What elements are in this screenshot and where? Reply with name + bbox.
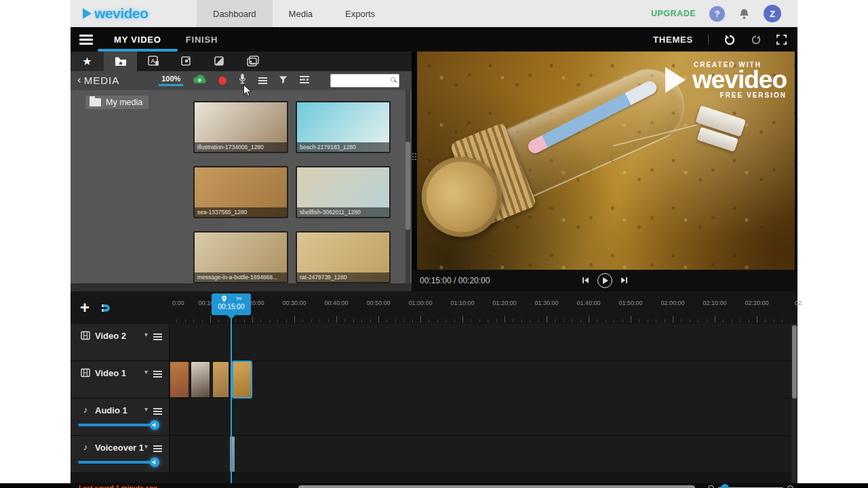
- list-view-icon[interactable]: [258, 77, 267, 84]
- back-chevron-icon[interactable]: ‹: [77, 73, 81, 87]
- volume-knob[interactable]: [150, 458, 159, 467]
- folder-item-my-media[interactable]: My media: [85, 96, 149, 109]
- timeline-horizontal-scrollbar[interactable]: [298, 485, 695, 488]
- track-menu-icon[interactable]: [153, 333, 162, 340]
- user-avatar[interactable]: Z: [764, 5, 781, 22]
- help-button[interactable]: ?: [709, 6, 725, 22]
- media-scrollbar-thumb[interactable]: [406, 142, 410, 230]
- next-frame-icon[interactable]: [620, 274, 628, 287]
- volume-slider[interactable]: [78, 458, 159, 467]
- track-name: Video 2: [95, 331, 126, 341]
- tab-stock-media[interactable]: [237, 52, 270, 71]
- cloud-upload-icon[interactable]: [193, 74, 207, 87]
- volume-track: [78, 461, 159, 464]
- play-button[interactable]: [597, 273, 612, 288]
- ruler-label: 0:00: [172, 300, 184, 306]
- timeline-ruler[interactable]: 0:0000:10:0000:20:0000:30:0000:40:0000:5…: [170, 291, 797, 324]
- filter-icon[interactable]: [279, 75, 288, 87]
- volume-knob[interactable]: [150, 420, 159, 430]
- notifications-bell-icon[interactable]: [738, 8, 750, 20]
- top-tab-dashboard[interactable]: Dashboard: [197, 0, 273, 27]
- media-item-label: rat-2479739_1280: [297, 272, 389, 282]
- track-header-video-2[interactable]: Video 2▾: [71, 324, 170, 361]
- themes-button[interactable]: THEMES: [653, 35, 693, 45]
- fullscreen-icon[interactable]: [776, 35, 787, 45]
- search-icon: [391, 77, 395, 82]
- ruler-label: 01:00:00: [408, 300, 432, 306]
- track-header-audio-1[interactable]: ♪Audio 1▾: [71, 399, 170, 436]
- zoom-slider[interactable]: [718, 484, 783, 488]
- playhead-line[interactable]: [231, 319, 232, 483]
- top-tab-exports[interactable]: Exports: [329, 0, 391, 27]
- track-menu-icon[interactable]: [153, 445, 162, 452]
- timecode: 00:15:00 / 00:20:00: [420, 276, 490, 285]
- timeline-clip[interactable]: [213, 362, 229, 397]
- status-bar: Last saved 1 minute ago. − +: [71, 483, 797, 488]
- media-item[interactable]: message-in-a-bottle-1694868...: [193, 231, 288, 283]
- redo-icon[interactable]: [751, 34, 762, 45]
- timeline-clip[interactable]: [191, 362, 210, 397]
- chevron-down-icon[interactable]: ▾: [144, 368, 148, 375]
- playhead-badge[interactable]: ✂ 00:15:00: [212, 293, 251, 315]
- search-input[interactable]: [331, 75, 399, 87]
- editor-bar-right: THEMES: [653, 27, 797, 52]
- media-item[interactable]: sea-1337565_1280: [193, 166, 288, 218]
- timeline-vertical-scrollbar[interactable]: [791, 324, 797, 483]
- track-row: Video 2▾: [71, 324, 797, 361]
- watermark-logo-icon: [665, 67, 686, 93]
- top-tab-media[interactable]: Media: [273, 0, 329, 27]
- track-content-audio-1[interactable]: [170, 399, 797, 436]
- scissors-icon: ✂: [236, 296, 241, 302]
- media-item[interactable]: rat-2479739_1280: [296, 231, 391, 283]
- record-icon[interactable]: [218, 77, 226, 85]
- marker-pin-icon: [220, 295, 228, 303]
- media-panel-tabs: ★ A: [71, 52, 412, 71]
- tab-backgrounds[interactable]: [203, 52, 237, 71]
- track-content-voiceover-1[interactable]: [170, 436, 797, 473]
- previous-frame-icon[interactable]: [582, 274, 589, 287]
- timeline-toolbar: + 0:0000:10:0000:20:0000:30:0000:40:0000…: [71, 291, 797, 324]
- tab-my-video[interactable]: MY VIDEO: [107, 27, 168, 52]
- add-to-timeline-icon[interactable]: [299, 75, 310, 87]
- chevron-down-icon[interactable]: ▾: [144, 331, 148, 338]
- track-content-video-1[interactable]: [170, 361, 797, 399]
- track-header-voiceover-1[interactable]: ♪Voiceover 1▾: [71, 436, 170, 473]
- preview-video[interactable]: CREATED WITH wevideo FREE VERSION: [417, 52, 795, 270]
- timeline-vscroll-thumb[interactable]: [792, 325, 797, 399]
- ruler-label: 02:10:00: [703, 300, 726, 306]
- track-menu-icon[interactable]: [153, 371, 162, 378]
- panel-resize-grip[interactable]: [412, 153, 417, 160]
- wevideo-logo[interactable]: wevideo: [71, 0, 186, 27]
- track-menu-icon[interactable]: [153, 408, 162, 415]
- preview-panel: CREATED WITH wevideo FREE VERSION 00:15:…: [412, 52, 797, 291]
- media-panel: ★ A ‹ MEDIA 100%: [71, 52, 412, 291]
- volume-slider[interactable]: [78, 420, 159, 430]
- media-panel-body: My media illustration-1734006_1280beach-…: [71, 90, 412, 283]
- zoom-in-icon[interactable]: +: [787, 485, 793, 488]
- snap-magnet-icon[interactable]: [100, 302, 112, 314]
- watermark: CREATED WITH wevideo FREE VERSION: [665, 61, 787, 99]
- media-item[interactable]: illustration-1734006_1280: [193, 101, 288, 153]
- zoom-out-icon[interactable]: −: [708, 485, 714, 488]
- chevron-down-icon[interactable]: ▾: [144, 443, 148, 450]
- tab-media-folder[interactable]: [104, 52, 137, 71]
- undo-icon[interactable]: [724, 33, 736, 45]
- tab-favorites[interactable]: ★: [71, 52, 104, 71]
- media-item[interactable]: beach-2179183_1280: [296, 101, 391, 153]
- track-header-video-1[interactable]: Video 1▾: [71, 361, 170, 399]
- ruler-label: 01:50:00: [618, 300, 642, 306]
- timeline-clip-selected[interactable]: [233, 362, 251, 397]
- ruler-ticks: [170, 316, 791, 323]
- zoom-slider-knob[interactable]: [721, 484, 729, 488]
- tab-finish[interactable]: FINISH: [179, 27, 224, 52]
- hamburger-menu-icon[interactable]: [71, 27, 102, 52]
- track-content-video-2[interactable]: [170, 324, 797, 361]
- chevron-down-icon[interactable]: ▾: [144, 405, 148, 413]
- tab-transitions[interactable]: [170, 52, 203, 71]
- add-track-icon[interactable]: +: [80, 301, 90, 314]
- media-item[interactable]: shellfish-3062011_1280: [296, 166, 391, 218]
- upgrade-link[interactable]: UPGRADE: [651, 9, 696, 18]
- timeline-clip[interactable]: [170, 362, 189, 397]
- tab-text[interactable]: A: [137, 52, 170, 71]
- media-scrollbar[interactable]: [406, 90, 410, 283]
